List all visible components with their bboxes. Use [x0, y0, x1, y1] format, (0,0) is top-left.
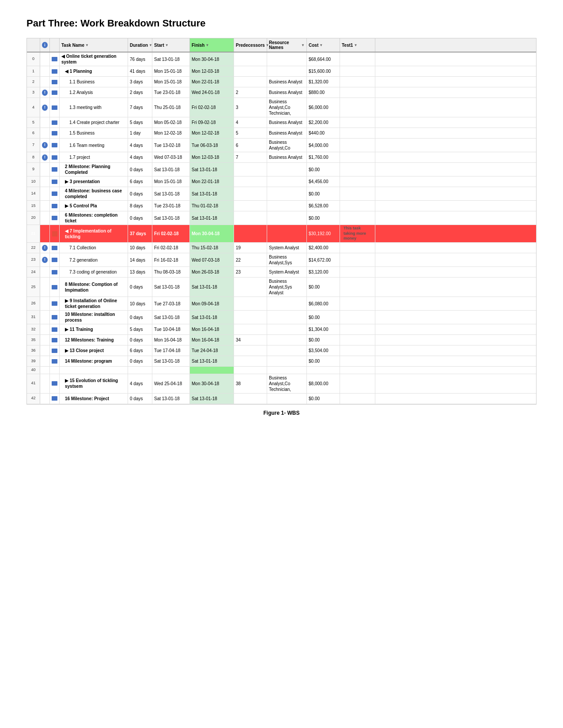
task-duration: 1 day	[128, 128, 152, 138]
table-row: 36 ▶ 13 Close project 6 days Tue 17-04-1…	[27, 345, 536, 356]
table-row: 2 1.1 Business 3 days Mon 15-01-18 Mon 2…	[27, 77, 536, 87]
task-cost: $6,000.00	[307, 98, 340, 117]
row-indicator	[50, 225, 60, 242]
header-task-name[interactable]: Task Name ▼	[60, 38, 128, 52]
row-indicator	[50, 345, 60, 356]
row-number: 35	[27, 335, 40, 345]
row-info	[40, 128, 50, 138]
task-start: Tue 23-01-18	[152, 201, 190, 211]
task-predecessors: 3	[234, 98, 267, 117]
task-start: Tue 27-03-18	[152, 297, 190, 310]
row-indicator	[50, 324, 60, 334]
task-test1	[340, 311, 375, 324]
task-resource	[267, 163, 307, 176]
row-indicator	[50, 117, 60, 128]
row-indicator	[50, 211, 60, 225]
task-name: 1.1 Business	[60, 77, 128, 87]
row-number: 1	[27, 66, 40, 76]
task-finish: Wed 24-01-18	[190, 87, 234, 98]
task-finish: Mon 30-04-18	[190, 225, 234, 242]
task-name: ▶ 5 Control Pla	[60, 201, 128, 211]
row-info	[40, 187, 50, 200]
header-test1[interactable]: Test1 ▼	[340, 38, 375, 52]
row-info	[40, 211, 50, 225]
row-number: 0	[27, 53, 40, 66]
table-row: 40	[27, 367, 536, 374]
table-row: 21 ◀ 7 Implementation of tickling 37 day…	[27, 225, 536, 243]
table-row: 20 6 Milestones: completion ticket 0 day…	[27, 211, 536, 225]
task-cost: $6,528.00	[307, 201, 340, 211]
table-row: 4 ! 1.3 meeting with 7 days Thu 25-01-18…	[27, 98, 536, 117]
row-info	[40, 117, 50, 128]
task-finish: Tue 06-03-18	[190, 139, 234, 152]
task-duration: 0 days	[128, 311, 152, 324]
table-row: 6 1.5 Business 1 day Mon 12-02-18 Mon 12…	[27, 128, 536, 139]
task-finish: Tue 24-04-18	[190, 345, 234, 356]
task-test1	[340, 201, 375, 211]
task-name: 7.1 Collection	[60, 243, 128, 253]
task-name: ▶ 13 Close project	[60, 345, 128, 356]
row-indicator	[50, 87, 60, 98]
task-resource	[267, 394, 307, 404]
task-resource: Business Analyst,Sys Analyst	[267, 278, 307, 296]
row-indicator	[50, 77, 60, 87]
sort-arrow-icon: ▼	[85, 43, 89, 47]
header-finish[interactable]: Finish ▼	[190, 38, 234, 52]
task-predecessors	[234, 225, 267, 242]
task-duration: 6 days	[128, 345, 152, 356]
row-number: 2	[27, 77, 40, 87]
task-cost: $4,456.00	[307, 176, 340, 187]
row-info: !	[40, 152, 50, 162]
task-cost: $4,000.00	[307, 139, 340, 152]
task-duration: 0 days	[128, 211, 152, 225]
table-row: 23 ! 7.2 generation 14 days Fri 16-02-18…	[27, 253, 536, 267]
task-resource: Business Analyst,Co Technician,	[267, 374, 307, 393]
task-predecessors: 6	[234, 139, 267, 152]
task-cost: $0.00	[307, 278, 340, 296]
task-start: Sat 13-01-18	[152, 53, 190, 66]
task-predecessors	[234, 324, 267, 334]
task-finish: Mon 30-04-18	[190, 374, 234, 393]
indicator-bar-icon	[52, 246, 57, 250]
indicator-bar-icon	[52, 69, 57, 74]
header-resource[interactable]: Resource Names ▼	[267, 38, 307, 52]
task-cost: $1,760.00	[307, 152, 340, 162]
table-row: 7 ! 1.6 Team meeting 4 days Tue 13-02-18…	[27, 139, 536, 152]
task-test1	[340, 345, 375, 356]
row-number: 8	[27, 152, 40, 162]
task-start: Mon 16-04-18	[152, 335, 190, 345]
task-cost: $0.00	[307, 163, 340, 176]
row-number: 5	[27, 117, 40, 128]
task-predecessors: 5	[234, 128, 267, 138]
test1-text: This task taking more money	[344, 226, 373, 241]
task-start: Wed 25-04-18	[152, 374, 190, 393]
row-info-icon: !	[42, 105, 48, 111]
task-duration: 14 days	[128, 253, 152, 266]
header-predecessors[interactable]: Predecessors ▼	[234, 38, 267, 52]
task-test1	[340, 176, 375, 187]
table-row: 9 2 Milestone: Planning Completed 0 days…	[27, 163, 536, 176]
row-number: 41	[27, 374, 40, 393]
header-duration[interactable]: Duration ▼	[128, 38, 152, 52]
task-test1	[340, 374, 375, 393]
task-finish: Sat 13-01-18	[190, 394, 234, 404]
task-resource	[267, 297, 307, 310]
task-predecessors	[234, 187, 267, 200]
row-indicator	[50, 374, 60, 393]
task-resource: System Analyst	[267, 243, 307, 253]
indicator-bar-icon	[52, 204, 57, 208]
row-indicator	[50, 163, 60, 176]
header-cost[interactable]: Cost ▼	[307, 38, 340, 52]
task-finish: Fri 09-02-18	[190, 117, 234, 128]
row-number: 6	[27, 128, 40, 138]
table-row: 35 12 Milestones: Training 0 days Mon 16…	[27, 335, 536, 345]
task-finish: Mon 26-03-18	[190, 267, 234, 277]
indicator-bar-icon	[52, 155, 57, 160]
task-resource	[267, 335, 307, 345]
header-start[interactable]: Start ▼	[152, 38, 190, 52]
task-resource	[267, 201, 307, 211]
task-predecessors	[234, 345, 267, 356]
row-indicator	[50, 297, 60, 310]
task-cost: $880.00	[307, 87, 340, 98]
page-title: Part Three: Work Breakdown Structure	[26, 18, 537, 29]
